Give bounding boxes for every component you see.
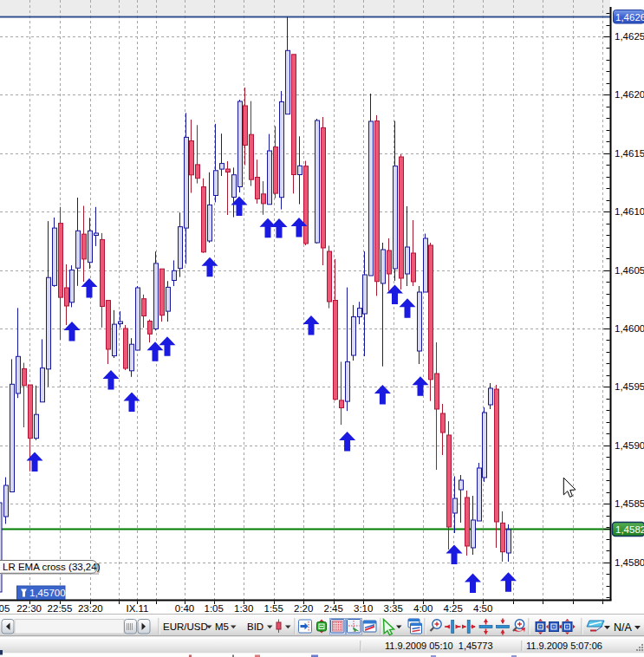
svg-text:23:20: 23:20 — [78, 603, 103, 614]
svg-text:22:30: 22:30 — [16, 603, 42, 614]
svg-text:4:50: 4:50 — [473, 603, 492, 614]
svg-text:1,4625: 1,4625 — [615, 31, 644, 42]
svg-text:1,4615: 1,4615 — [615, 148, 644, 159]
svg-text:1:05: 1:05 — [205, 603, 224, 614]
svg-text:11.9.2009 5:07:06: 11.9.2009 5:07:06 — [526, 641, 602, 651]
svg-text:4:25: 4:25 — [444, 603, 463, 614]
svg-text:3:10: 3:10 — [354, 603, 373, 614]
svg-text:1,4595: 1,4595 — [615, 381, 644, 392]
svg-text:1,4620: 1,4620 — [615, 89, 644, 100]
svg-text:1,4610: 1,4610 — [615, 206, 644, 217]
svg-text:1:30: 1:30 — [234, 603, 253, 614]
svg-text:1,4600: 1,4600 — [615, 323, 644, 334]
svg-text:2:45: 2:45 — [324, 603, 343, 614]
svg-text:M5: M5 — [215, 621, 229, 632]
svg-text:IX.11: IX.11 — [127, 603, 149, 614]
svg-text:1:55: 1:55 — [264, 603, 283, 614]
svg-text:1,4585: 1,4585 — [615, 498, 644, 509]
svg-text:1,4582: 1,4582 — [615, 524, 644, 535]
svg-text:1,4590: 1,4590 — [615, 440, 644, 451]
svg-text:2:20: 2:20 — [294, 603, 313, 614]
svg-text:0:40: 0:40 — [175, 603, 194, 614]
svg-text:3:35: 3:35 — [384, 603, 403, 614]
svg-text:LR EMA cross (33,24): LR EMA cross (33,24) — [3, 562, 101, 572]
svg-text:22:55: 22:55 — [48, 603, 73, 614]
svg-text:05: 05 — [0, 603, 10, 614]
svg-text:BID: BID — [247, 621, 263, 632]
svg-text:N/A: N/A — [614, 621, 633, 634]
svg-text:EUR/USD: EUR/USD — [163, 621, 208, 632]
svg-text:1,4605: 1,4605 — [615, 265, 644, 276]
svg-text:1,4580: 1,4580 — [615, 557, 644, 568]
svg-text:1,4626: 1,4626 — [615, 12, 644, 23]
svg-text:1,45700: 1,45700 — [29, 588, 66, 598]
svg-text:4:00: 4:00 — [413, 603, 433, 614]
svg-text:11.9.2009 05:10 1,45773: 11.9.2009 05:10 1,45773 — [385, 641, 493, 651]
